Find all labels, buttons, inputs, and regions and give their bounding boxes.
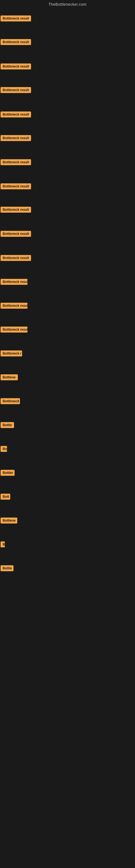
bottleneck-result-badge[interactable]: Bottleneck result [1, 279, 28, 285]
bottleneck-badge-container: Bottleneck result [1, 135, 31, 142]
bottleneck-badge-container: Bottleneck result [1, 87, 31, 94]
bottleneck-result-badge[interactable]: Bottleneck result [1, 303, 28, 309]
bottleneck-result-badge[interactable]: Bott [1, 494, 10, 500]
bottleneck-badge-container: Bottle [1, 422, 14, 429]
bottleneck-result-badge[interactable]: Bottleneck result [1, 159, 31, 165]
bottleneck-badge-container: Bottleneck result [1, 159, 31, 166]
bottleneck-badge-container: Bottleneck result [1, 255, 31, 262]
bottleneck-result-badge[interactable]: Bottleneck result [1, 327, 28, 333]
bottleneck-badge-container: Bottleneck result [1, 207, 31, 214]
bottleneck-badge-container: Bottlene [1, 374, 18, 381]
bottleneck-badge-container: Bottleneck r [1, 350, 22, 358]
bottleneck-badge-container: Bottleneck result [1, 231, 31, 238]
bottleneck-result-badge[interactable]: B [1, 541, 5, 547]
bottleneck-badge-container: Bottleneck result [1, 303, 28, 310]
bottleneck-badge-container: Bottle [1, 565, 13, 572]
bottleneck-result-badge[interactable]: Bottleneck result [1, 16, 31, 22]
bottleneck-badge-container: Bottleneck result [1, 16, 31, 23]
bottleneck-badge-container: Bottlene [1, 518, 17, 525]
bottleneck-result-badge[interactable]: Bottleneck result [1, 255, 31, 261]
bottleneck-badge-container: Bottleneck result [1, 63, 31, 70]
bottleneck-badge-container: Bottleneck result [1, 279, 28, 286]
bottleneck-result-badge[interactable]: Bottlene [1, 518, 17, 524]
bottleneck-badge-container: B [1, 541, 5, 549]
bottleneck-badge-container: Bottleneck result [1, 327, 28, 334]
bottleneck-result-badge[interactable]: Bottle [1, 565, 13, 571]
bottleneck-badge-container: Bottler [1, 470, 14, 477]
bottleneck-result-badge[interactable]: Bottlene [1, 374, 18, 380]
bottleneck-result-badge[interactable]: Bottleneck [1, 398, 20, 404]
site-title: TheBottlenecker.com [0, 0, 135, 8]
bottleneck-result-badge[interactable]: Bottleneck result [1, 87, 31, 93]
bottleneck-result-badge[interactable]: Bottle [1, 422, 14, 428]
bottleneck-badge-container: Bo [1, 446, 7, 453]
bottleneck-result-badge[interactable]: Bottleneck result [1, 112, 31, 118]
bottleneck-result-badge[interactable]: Bottler [1, 470, 14, 476]
bottleneck-result-badge[interactable]: Bottleneck result [1, 231, 31, 237]
bottleneck-badge-container: Bottleneck result [1, 183, 31, 190]
bottleneck-badge-container: Bottleneck [1, 398, 20, 405]
bottleneck-result-badge[interactable]: Bottleneck result [1, 39, 31, 45]
bottleneck-badge-container: Bott [1, 494, 10, 501]
bottleneck-result-badge[interactable]: Bottleneck r [1, 350, 22, 356]
bottleneck-badge-container: Bottleneck result [1, 112, 31, 119]
bottleneck-result-badge[interactable]: Bo [1, 446, 7, 452]
bottleneck-result-badge[interactable]: Bottleneck result [1, 207, 31, 213]
bottleneck-result-badge[interactable]: Bottleneck result [1, 183, 31, 189]
bottleneck-badge-container: Bottleneck result [1, 39, 31, 46]
bottleneck-result-badge[interactable]: Bottleneck result [1, 63, 31, 69]
bottleneck-result-badge[interactable]: Bottleneck result [1, 135, 31, 141]
